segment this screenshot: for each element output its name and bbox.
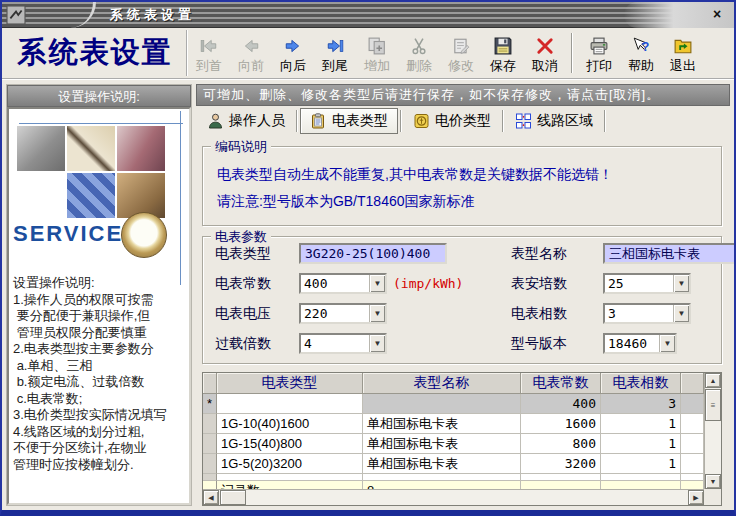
titlebar-swoosh — [26, 2, 96, 28]
voltage-value: 220 — [301, 305, 369, 322]
exit-button[interactable]: 退出 — [662, 30, 704, 76]
scroll-up-icon[interactable]: ▲ — [705, 373, 721, 388]
grid-header-phase[interactable]: 电表相数 — [601, 373, 681, 394]
grid-cell[interactable]: 1G-10(40)1600 — [217, 414, 363, 434]
grid-spacer-row — [203, 474, 704, 481]
grid-cell[interactable]: 单相国标电卡表 — [363, 434, 521, 454]
vertical-scroll-track[interactable] — [705, 422, 721, 474]
grid-cell[interactable]: 1600 — [521, 414, 601, 434]
grid-cell[interactable]: 1 — [601, 414, 681, 434]
grid-cell[interactable] — [217, 394, 363, 414]
grid-row[interactable]: 1G-5(20)3200 单相国标电卡表 3200 1 — [203, 454, 704, 474]
tab-separator — [296, 110, 298, 132]
grid-vertical-scrollbar[interactable]: ▲ ≡ ▼ — [704, 373, 721, 489]
modify-button[interactable]: 修改 — [440, 30, 482, 76]
toolbar-button-label: 修改 — [448, 59, 474, 73]
overload-combobox[interactable]: 4 ▼ — [299, 333, 387, 354]
scrollbar-corner — [704, 489, 721, 505]
service-text: SERVICE — [13, 221, 123, 247]
grid-selector-header — [203, 373, 217, 394]
scroll-down-icon[interactable]: ▼ — [705, 474, 721, 489]
coding-note-title: 编码说明 — [211, 138, 271, 156]
grid-row[interactable]: 1G-15(40)800 单相国标电卡表 800 1 — [203, 434, 704, 454]
dropdown-arrow-icon[interactable]: ▼ — [659, 335, 675, 352]
scroll-right-icon[interactable]: ▶ — [688, 490, 704, 505]
delete-button[interactable]: 删除 — [398, 30, 440, 76]
help-cursor-icon: ? — [631, 34, 651, 58]
keyboard-photo — [67, 173, 115, 218]
dropdown-arrow-icon[interactable]: ▼ — [369, 305, 385, 322]
grid-cell[interactable]: 1G-5(20)3200 — [217, 454, 363, 474]
dropdown-arrow-icon[interactable]: ▼ — [673, 275, 689, 292]
grid-cell — [681, 481, 704, 489]
grid-header-constant[interactable]: 电表常数 — [521, 373, 601, 394]
scroll-left-icon[interactable]: ◀ — [203, 490, 219, 505]
next-button[interactable]: 向后 — [272, 30, 314, 76]
grid-cell — [681, 394, 704, 414]
horizontal-scroll-thumb[interactable] — [220, 490, 246, 505]
toolbar-button-label: 向前 — [238, 59, 264, 73]
body: 设置操作说明: SERVICE 设置操作说明: 1.操作人员的权限可按需 要分配… — [2, 80, 734, 510]
floppy-disk-icon — [493, 34, 513, 58]
close-button[interactable]: × — [706, 6, 728, 24]
grid-cell[interactable]: 单相国标电卡表 — [363, 454, 521, 474]
first-button[interactable]: 到首 — [188, 30, 230, 76]
instructions-text: 设置操作说明: 1.操作人员的权限可按需 要分配便于兼职操作,但 管理员权限分配… — [9, 259, 189, 475]
tab-label: 电表类型 — [332, 112, 388, 130]
tab-label: 操作人员 — [229, 112, 285, 130]
version-combobox[interactable]: 18460 ▼ — [603, 333, 677, 354]
model-name-field[interactable]: 三相国标电卡表 — [603, 243, 736, 264]
grid-cell[interactable]: 单相国标电卡表 — [363, 414, 521, 434]
tab-separator — [502, 110, 504, 132]
voltage-combobox[interactable]: 220 ▼ — [299, 303, 387, 324]
constant-value: 400 — [301, 275, 369, 292]
ampere-value: 25 — [605, 275, 673, 292]
dropdown-arrow-icon[interactable]: ▼ — [673, 305, 689, 322]
grid-cell[interactable]: 1 — [601, 434, 681, 454]
grid-cell[interactable]: 1G-15(40)800 — [217, 434, 363, 454]
add-button[interactable]: 增加 — [356, 30, 398, 76]
sidebar: 设置操作说明: SERVICE 设置操作说明: 1.操作人员的权限可按需 要分配… — [6, 84, 192, 506]
cancel-button[interactable]: 取消 — [524, 30, 566, 76]
phase-combobox[interactable]: 3 ▼ — [603, 303, 691, 324]
grid-new-row[interactable]: * 400 3 — [203, 394, 704, 414]
ampere-combobox[interactable]: 25 ▼ — [603, 273, 691, 294]
tab-operators[interactable]: 操作人员 — [198, 109, 294, 133]
row-selector[interactable] — [203, 434, 217, 454]
tab-price-types[interactable]: 电价类型 — [404, 109, 500, 133]
grid-cell[interactable]: 1 — [601, 454, 681, 474]
constant-combobox[interactable]: 400 ▼ — [299, 273, 387, 294]
grid-header-row: 电表类型 表型名称 电表常数 电表相数 — [203, 373, 704, 394]
toolbar-button-label: 到首 — [196, 59, 222, 73]
person-icon — [207, 113, 224, 129]
overload-value: 4 — [301, 335, 369, 352]
row-selector[interactable] — [203, 414, 217, 434]
print-button[interactable]: 打印 — [578, 30, 620, 76]
help-button[interactable]: ? 帮助 — [620, 30, 662, 76]
grid-header-meter-type[interactable]: 电表类型 — [217, 373, 363, 394]
save-button[interactable]: 保存 — [482, 30, 524, 76]
page-title: 系统表设置 — [4, 30, 188, 76]
coin-icon — [413, 113, 430, 129]
tab-meter-types[interactable]: 电表类型 — [300, 108, 398, 134]
tab-line-regions[interactable]: 线路区域 — [506, 109, 602, 133]
grid-cell[interactable] — [363, 394, 521, 414]
window-title: 系统表设置 — [110, 6, 195, 24]
dropdown-arrow-icon[interactable]: ▼ — [369, 335, 385, 352]
prev-button[interactable]: 向前 — [230, 30, 272, 76]
dropdown-arrow-icon[interactable]: ▼ — [369, 275, 385, 292]
grid-header-model-name[interactable]: 表型名称 — [363, 373, 521, 394]
grid-horizontal-scrollbar[interactable]: ◀ ▶ — [203, 489, 704, 505]
vertical-scroll-thumb[interactable]: ≡ — [705, 389, 721, 421]
collage-line-vertical — [180, 111, 181, 285]
meter-type-field[interactable]: 3G220-25(100)400 — [299, 243, 447, 264]
grid-row[interactable]: 1G-10(40)1600 单相国标电卡表 1600 1 — [203, 414, 704, 434]
pen-photo — [67, 126, 115, 171]
row-selector[interactable] — [203, 454, 217, 474]
last-button[interactable]: 到尾 — [314, 30, 356, 76]
grid-cell[interactable]: 3200 — [521, 454, 601, 474]
grid-cell[interactable]: 3 — [601, 394, 681, 414]
grid-cell[interactable]: 400 — [521, 394, 601, 414]
horizontal-scroll-track[interactable] — [247, 490, 688, 505]
grid-cell[interactable]: 800 — [521, 434, 601, 454]
